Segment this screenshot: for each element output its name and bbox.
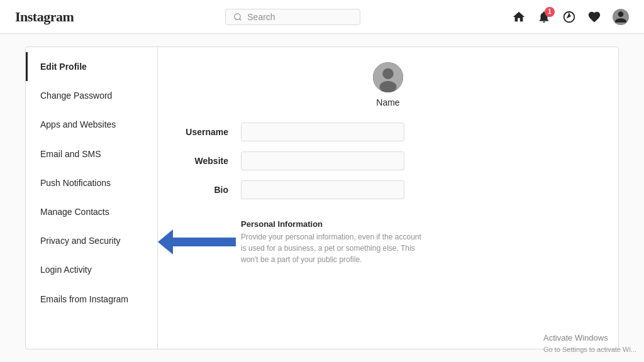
profile-header: Name <box>178 62 598 107</box>
settings-card: Edit Profile Change Password Apps and We… <box>25 47 619 349</box>
bio-row: Bio <box>178 180 404 199</box>
personal-info-section: Personal Information Provide your person… <box>241 209 598 265</box>
svg-point-3 <box>382 69 393 79</box>
sidebar-item-edit-profile[interactable]: Edit Profile <box>26 52 157 81</box>
search-input[interactable] <box>247 12 352 22</box>
bio-label: Bio <box>178 185 241 195</box>
personal-info-title: Personal Information <box>241 219 598 229</box>
sidebar-item-manage-contacts[interactable]: Manage Contacts <box>26 197 157 226</box>
sidebar-item-change-password[interactable]: Change Password <box>26 81 157 110</box>
profile-name-label: Name <box>376 97 399 107</box>
search-icon <box>233 12 242 22</box>
username-label: Username <box>178 127 241 137</box>
bio-input[interactable] <box>241 180 404 199</box>
avatar-image <box>373 62 403 92</box>
home-icon <box>512 10 526 24</box>
content-area: Name Username Website Bio Perso <box>158 47 618 349</box>
username-row: Username <box>178 123 404 141</box>
svg-line-1 <box>240 18 242 20</box>
nav-icons-group: 1 <box>512 9 629 25</box>
heart-icon <box>587 10 601 24</box>
search-bar[interactable] <box>225 9 360 25</box>
edit-profile-form: Username Website Bio <box>178 123 404 199</box>
sidebar-item-emails-instagram[interactable]: Emails from Instagram <box>26 285 157 314</box>
sidebar-item-privacy-security[interactable]: Privacy and Security <box>26 226 157 255</box>
website-label: Website <box>178 156 241 166</box>
top-navigation: Instagram 1 <box>0 0 644 34</box>
avatar <box>613 9 629 25</box>
notifications-button[interactable]: 1 <box>537 10 551 24</box>
profile-avatar[interactable] <box>373 62 403 92</box>
main-wrapper: Edit Profile Change Password Apps and We… <box>0 34 644 362</box>
website-row: Website <box>178 151 404 170</box>
settings-sidebar: Edit Profile Change Password Apps and We… <box>26 47 158 349</box>
activate-windows-subtitle: Go to Settings to activate Wi... <box>543 344 636 355</box>
notification-badge: 1 <box>545 7 555 17</box>
personal-info-desc: Provide your personal information, even … <box>241 231 423 265</box>
explore-button[interactable] <box>562 10 576 24</box>
sidebar-item-email-sms[interactable]: Email and SMS <box>26 140 157 168</box>
home-button[interactable] <box>512 10 526 24</box>
profile-button[interactable] <box>613 9 629 25</box>
likes-button[interactable] <box>587 10 601 24</box>
sidebar-item-push-notifications[interactable]: Push Notifications <box>26 168 157 197</box>
sidebar-item-apps-websites[interactable]: Apps and Websites <box>26 110 157 139</box>
activate-windows-watermark: Activate Windows Go to Settings to activ… <box>543 332 636 354</box>
svg-point-0 <box>235 13 240 19</box>
activate-windows-title: Activate Windows <box>543 332 636 344</box>
instagram-logo: Instagram <box>15 9 74 25</box>
username-input[interactable] <box>241 123 404 141</box>
website-input[interactable] <box>241 151 404 170</box>
explore-icon <box>562 10 576 24</box>
sidebar-item-login-activity[interactable]: Login Activity <box>26 255 157 284</box>
